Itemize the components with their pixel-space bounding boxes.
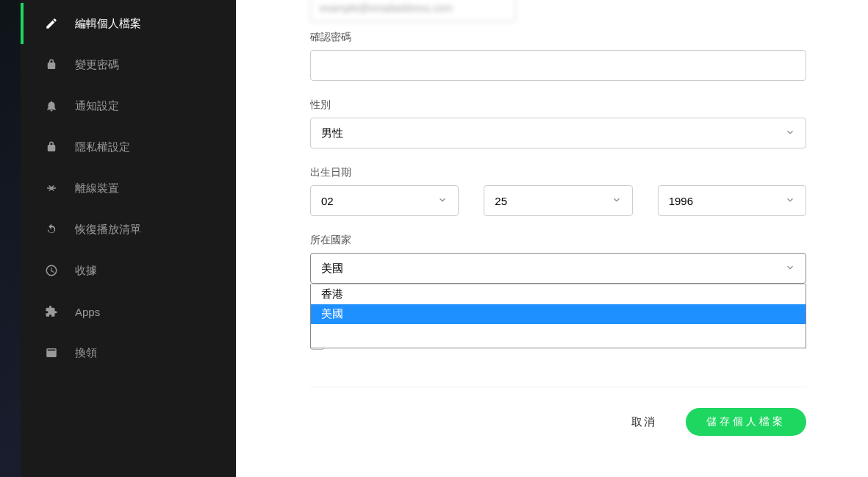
dropdown-spacer bbox=[311, 324, 806, 348]
sidebar-item-label: 編輯個人檔案 bbox=[75, 17, 141, 31]
dob-day-select[interactable]: 25 bbox=[484, 185, 632, 216]
dob-day-value: 25 bbox=[495, 195, 507, 207]
country-value: 美國 bbox=[321, 262, 343, 276]
cancel-button[interactable]: 取消 bbox=[631, 415, 656, 429]
email-field[interactable] bbox=[310, 0, 516, 22]
clock-icon bbox=[44, 263, 59, 278]
pencil-icon bbox=[44, 16, 59, 31]
gender-group: 性別 男性 bbox=[310, 98, 806, 148]
country-select[interactable]: 美國 bbox=[310, 253, 806, 284]
chevron-down-icon bbox=[611, 195, 622, 207]
dob-month-select[interactable]: 02 bbox=[310, 185, 459, 216]
sidebar: 編輯個人檔案 變更密碼 通知設定 隱私權設定 離線裝置 恢復播放清單 收據 Ap… bbox=[21, 0, 236, 477]
confirm-password-group: 確認密碼 bbox=[310, 31, 806, 81]
actions-row: 取消 儲存個人檔案 bbox=[310, 408, 806, 436]
sidebar-item-recover-playlist[interactable]: 恢復播放清單 bbox=[21, 209, 236, 250]
gender-select[interactable]: 男性 bbox=[310, 118, 806, 148]
sidebar-item-receipts[interactable]: 收據 bbox=[21, 250, 236, 291]
card-icon bbox=[44, 345, 59, 360]
dob-year-select[interactable]: 1996 bbox=[658, 185, 806, 216]
country-option-hk[interactable]: 香港 bbox=[311, 284, 806, 304]
sidebar-item-edit-profile[interactable]: 編輯個人檔案 bbox=[21, 3, 236, 44]
dob-year-value: 1996 bbox=[669, 195, 693, 207]
dob-label: 出生日期 bbox=[310, 166, 806, 179]
refresh-icon bbox=[44, 222, 59, 237]
puzzle-icon bbox=[44, 304, 59, 319]
dob-month-value: 02 bbox=[321, 195, 334, 207]
divider bbox=[310, 387, 806, 387]
country-dropdown: 香港 美國 bbox=[310, 284, 806, 348]
left-gutter bbox=[0, 0, 21, 477]
sidebar-item-label: Apps bbox=[75, 306, 100, 318]
chevron-down-icon bbox=[437, 195, 448, 207]
sidebar-item-label: 變更密碼 bbox=[75, 58, 119, 72]
sidebar-item-label: 恢復播放清單 bbox=[75, 223, 141, 237]
gender-label: 性別 bbox=[310, 98, 806, 112]
bell-icon bbox=[44, 98, 59, 113]
main-content: 確認密碼 性別 男性 出生日期 02 25 1996 所在國家 bbox=[236, 0, 868, 477]
sidebar-item-label: 離線裝置 bbox=[75, 182, 119, 196]
gender-value: 男性 bbox=[321, 126, 343, 140]
sidebar-item-label: 收據 bbox=[75, 264, 97, 278]
save-button[interactable]: 儲存個人檔案 bbox=[686, 408, 806, 436]
confirm-password-label: 確認密碼 bbox=[310, 31, 806, 44]
sidebar-item-label: 通知設定 bbox=[75, 99, 119, 113]
chevron-down-icon bbox=[785, 262, 795, 275]
offline-icon bbox=[44, 181, 59, 196]
country-label: 所在國家 bbox=[310, 234, 806, 247]
country-group: 所在國家 美國 香港 美國 bbox=[310, 234, 806, 284]
sidebar-item-offline-devices[interactable]: 離線裝置 bbox=[21, 168, 236, 209]
lock-icon bbox=[44, 140, 59, 154]
sidebar-item-privacy[interactable]: 隱私權設定 bbox=[21, 126, 236, 168]
email-field-wrap bbox=[310, 0, 806, 22]
lock-icon bbox=[44, 57, 59, 72]
confirm-password-input[interactable] bbox=[310, 50, 806, 81]
sidebar-item-change-password[interactable]: 變更密碼 bbox=[21, 44, 236, 85]
country-option-us[interactable]: 美國 bbox=[311, 304, 806, 324]
dob-group: 出生日期 02 25 1996 bbox=[310, 166, 806, 216]
sidebar-item-redeem[interactable]: 換領 bbox=[21, 332, 236, 373]
sidebar-item-label: 換領 bbox=[75, 346, 97, 360]
sidebar-item-label: 隱私權設定 bbox=[75, 140, 130, 154]
sidebar-item-apps[interactable]: Apps bbox=[21, 291, 236, 332]
chevron-down-icon bbox=[785, 195, 795, 207]
sidebar-item-notifications[interactable]: 通知設定 bbox=[21, 85, 236, 126]
chevron-down-icon bbox=[785, 127, 795, 140]
